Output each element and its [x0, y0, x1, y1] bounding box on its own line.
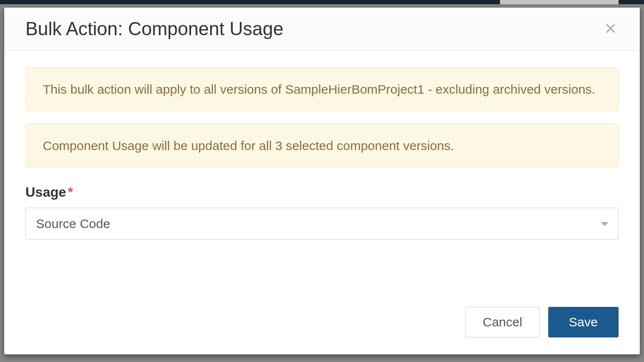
modal-footer: Cancel Save — [4, 303, 640, 354]
modal-header: Bulk Action: Component Usage — [4, 8, 640, 50]
usage-select[interactable]: Source Code — [25, 208, 619, 239]
count-alert-text: Component Usage will be updated for all … — [43, 139, 454, 153]
close-button[interactable] — [602, 20, 619, 38]
usage-form-group: Usage* Source Code — [25, 184, 619, 239]
scope-alert: This bulk action will apply to all versi… — [25, 67, 619, 111]
modal-body: This bulk action will apply to all versi… — [4, 50, 640, 303]
required-indicator: * — [68, 184, 73, 200]
count-alert: Component Usage will be updated for all … — [25, 124, 619, 167]
bulk-action-modal: Bulk Action: Component Usage This bulk a… — [4, 8, 640, 354]
close-icon — [604, 22, 617, 36]
modal-title: Bulk Action: Component Usage — [25, 18, 283, 39]
background-search-area — [500, 0, 619, 4]
save-button[interactable]: Save — [548, 307, 619, 337]
usage-label-text: Usage — [25, 184, 66, 200]
usage-label: Usage* — [25, 184, 619, 200]
scope-alert-text: This bulk action will apply to all versi… — [43, 82, 595, 96]
cancel-button[interactable]: Cancel — [465, 307, 539, 337]
usage-select-wrap: Source Code — [25, 208, 619, 239]
